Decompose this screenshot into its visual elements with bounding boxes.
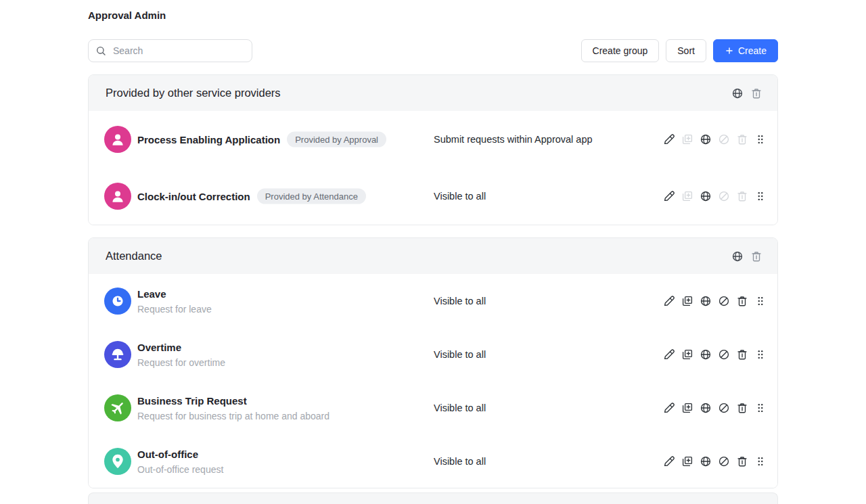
duplicate-icon[interactable] — [681, 402, 693, 414]
visibility-globe-icon[interactable] — [700, 133, 712, 145]
delete-icon — [736, 133, 748, 145]
group-title: Attendance — [106, 250, 162, 262]
drag-handle-icon[interactable] — [754, 190, 767, 202]
row-actions — [663, 348, 767, 361]
delete-icon[interactable] — [736, 402, 748, 414]
row-actions — [663, 402, 767, 414]
sort-button[interactable]: Sort — [666, 39, 706, 62]
row-title: Business Trip Request — [137, 394, 247, 406]
disable-icon[interactable] — [718, 455, 730, 467]
search-input[interactable] — [112, 45, 245, 57]
edit-icon[interactable] — [663, 295, 675, 307]
row-subtitle: Out-of-office request — [137, 463, 223, 474]
row-subtitle: Request for business trip at home and ab… — [137, 410, 329, 421]
delete-icon[interactable] — [736, 295, 748, 307]
drag-handle-icon[interactable] — [754, 295, 767, 307]
drag-handle-icon[interactable] — [754, 133, 767, 145]
search-box[interactable] — [88, 39, 252, 62]
create-button[interactable]: Create — [713, 39, 778, 62]
duplicate-icon[interactable] — [681, 295, 693, 307]
next-group-card-partial — [88, 492, 778, 504]
group-header-actions — [731, 250, 762, 262]
visibility-text: Visible to all — [434, 456, 486, 467]
delete-icon[interactable] — [736, 348, 748, 361]
row-actions — [663, 190, 767, 202]
delete-group-icon[interactable] — [750, 87, 762, 99]
disable-icon[interactable] — [718, 402, 730, 414]
approval-row-out-of-office: Out-of-office Out-of-office request Visi… — [89, 434, 777, 488]
approval-row-overtime: Overtime Request for overtime Visible to… — [89, 327, 777, 381]
edit-icon[interactable] — [663, 402, 675, 414]
group-title: Provided by other service providers — [106, 87, 281, 99]
group-header-actions — [731, 87, 762, 99]
visibility-text: Visible to all — [434, 349, 486, 360]
visibility-globe-icon[interactable] — [731, 250, 744, 262]
approval-row-business-trip: Business Trip Request Request for busine… — [89, 381, 777, 434]
edit-icon[interactable] — [663, 190, 675, 202]
location-pin-icon — [109, 453, 127, 470]
lamp-icon — [109, 346, 127, 363]
provider-badge: Provided by Approval — [287, 132, 386, 147]
row-title: Leave — [137, 288, 166, 299]
delete-icon[interactable] — [736, 455, 748, 467]
edit-icon[interactable] — [663, 133, 675, 145]
delete-icon — [736, 190, 748, 202]
approval-row-clock-correction: Clock-in/out Correction Provided by Atte… — [89, 168, 777, 225]
visibility-text: Visible to all — [434, 191, 486, 202]
visibility-globe-icon[interactable] — [700, 295, 712, 307]
group-header: Attendance — [89, 238, 777, 274]
row-actions — [663, 133, 767, 145]
toolbar: Create group Sort Create — [88, 39, 778, 62]
disable-icon[interactable] — [718, 348, 730, 361]
disable-icon[interactable] — [718, 295, 730, 307]
visibility-text: Visible to all — [434, 296, 486, 306]
visibility-globe-icon[interactable] — [700, 402, 712, 414]
avatar — [104, 126, 131, 153]
page-title: Approval Admin — [88, 0, 778, 21]
visibility-globe-icon[interactable] — [700, 348, 712, 361]
drag-handle-icon[interactable] — [754, 402, 767, 414]
row-title: Overtime — [137, 341, 181, 352]
row-title: Out-of-office — [137, 448, 198, 459]
approval-row-process-enabling: Process Enabling Application Provided by… — [89, 111, 777, 168]
visibility-globe-icon[interactable] — [700, 455, 712, 467]
avatar — [104, 288, 131, 315]
avatar — [104, 341, 131, 368]
row-actions — [663, 455, 767, 467]
row-actions — [663, 295, 767, 307]
visibility-globe-icon[interactable] — [700, 190, 712, 202]
edit-icon[interactable] — [663, 455, 675, 467]
search-icon — [95, 45, 106, 56]
person-icon — [109, 187, 127, 205]
row-subtitle: Request for leave — [137, 303, 212, 314]
duplicate-icon — [681, 133, 693, 145]
create-button-label: Create — [738, 45, 767, 56]
group-card-attendance: Attendance Leave Request for leave Visib… — [88, 237, 778, 488]
row-description: Submit requests within Approval app — [434, 134, 593, 145]
drag-handle-icon[interactable] — [754, 348, 767, 361]
delete-group-icon[interactable] — [750, 250, 762, 262]
provider-badge: Provided by Attendance — [257, 189, 366, 204]
disable-icon — [718, 190, 730, 202]
plane-icon — [109, 399, 127, 417]
create-group-button[interactable]: Create group — [581, 39, 660, 62]
avatar — [104, 448, 131, 475]
clock-icon — [109, 292, 127, 310]
person-icon — [109, 131, 127, 148]
disable-icon — [718, 133, 730, 145]
plus-icon — [725, 46, 734, 55]
group-card-service-providers: Provided by other service providers Proc… — [88, 74, 778, 225]
avatar — [104, 394, 131, 421]
avatar — [104, 183, 131, 210]
visibility-text: Visible to all — [434, 403, 486, 413]
drag-handle-icon[interactable] — [754, 455, 767, 467]
row-title: Process Enabling Application — [137, 134, 280, 145]
duplicate-icon[interactable] — [681, 348, 693, 361]
duplicate-icon — [681, 190, 693, 202]
row-title: Clock-in/out Correction — [137, 191, 250, 202]
edit-icon[interactable] — [663, 348, 675, 361]
visibility-globe-icon[interactable] — [731, 87, 744, 99]
duplicate-icon[interactable] — [681, 455, 693, 467]
group-header: Provided by other service providers — [89, 75, 777, 111]
row-subtitle: Request for overtime — [137, 357, 225, 367]
